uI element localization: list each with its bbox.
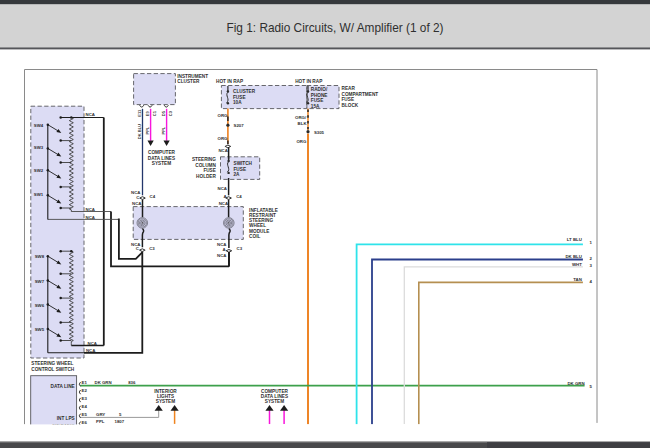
svg-text:1: 1 — [590, 240, 593, 245]
svg-text:15A: 15A — [311, 104, 320, 109]
svg-text:ORG: ORG — [218, 113, 229, 118]
svg-text:1807: 1807 — [115, 419, 125, 424]
svg-text:CLUSTER: CLUSTER — [233, 89, 256, 94]
svg-text:PPL: PPL — [161, 126, 166, 134]
svg-text:SW5: SW5 — [35, 327, 45, 332]
svg-text:SW4: SW4 — [34, 123, 44, 128]
svg-text:SYSTEM: SYSTEM — [156, 399, 175, 404]
svg-text:FUSE: FUSE — [233, 95, 246, 100]
svg-text:NCA: NCA — [86, 348, 96, 353]
svg-text:CLUSTER: CLUSTER — [177, 79, 200, 84]
svg-text:COIL: COIL — [249, 234, 260, 239]
svg-text:LT BLU: LT BLU — [567, 237, 582, 242]
svg-text:ORG: ORG — [296, 139, 307, 144]
svg-text:C3: C3 — [237, 246, 243, 251]
svg-text:NCA: NCA — [132, 201, 142, 206]
svg-text:FUSE: FUSE — [234, 167, 247, 172]
svg-text:E2: E2 — [82, 388, 88, 393]
svg-text:WHT: WHT — [572, 262, 582, 267]
svg-text:SW1: SW1 — [34, 192, 44, 197]
svg-text:NCA: NCA — [217, 253, 227, 258]
svg-text:STEERING: STEERING — [192, 157, 216, 162]
svg-text:E5: E5 — [82, 412, 88, 417]
svg-text:2A: 2A — [234, 172, 241, 177]
svg-text:BLK: BLK — [298, 121, 308, 126]
svg-text:DK BLU: DK BLU — [565, 254, 581, 259]
svg-text:S305: S305 — [314, 130, 325, 135]
svg-text:CONTROL SWITCH: CONTROL SWITCH — [31, 367, 74, 372]
svg-text:D5: D5 — [161, 110, 166, 116]
svg-text:E6: E6 — [82, 420, 88, 425]
svg-text:REAR: REAR — [342, 86, 356, 91]
svg-text:E3: E3 — [82, 396, 88, 401]
svg-text:FUSE: FUSE — [342, 97, 355, 102]
svg-text:SW3: SW3 — [34, 145, 44, 150]
svg-text:RADIO/: RADIO/ — [311, 87, 328, 92]
svg-text:NCA: NCA — [218, 148, 228, 153]
svg-text:COLUMN: COLUMN — [195, 163, 216, 168]
svg-text:2: 2 — [590, 256, 593, 261]
svg-text:BLOCK: BLOCK — [342, 103, 359, 108]
svg-text:NCA: NCA — [219, 201, 229, 206]
svg-text:NCA: NCA — [86, 112, 96, 117]
svg-text:FUSE: FUSE — [203, 168, 216, 173]
svg-text:DK GRN: DK GRN — [95, 380, 112, 385]
svg-text:DATA LINE: DATA LINE — [51, 384, 75, 389]
svg-text:SW6: SW6 — [35, 303, 45, 308]
svg-text:C: C — [136, 246, 140, 251]
svg-text:NCA: NCA — [86, 207, 96, 212]
svg-text:5: 5 — [119, 412, 122, 417]
svg-text:E4: E4 — [82, 404, 88, 409]
svg-text:S207: S207 — [234, 123, 245, 128]
svg-text:HOT IN RAP: HOT IN RAP — [216, 79, 243, 84]
svg-text:HOLDER: HOLDER — [196, 174, 216, 179]
svg-text:SYSTEM: SYSTEM — [265, 399, 284, 404]
svg-text:PHONE: PHONE — [311, 93, 328, 98]
svg-text:SWITCH: SWITCH — [234, 161, 253, 166]
svg-text:DK GRN: DK GRN — [567, 381, 584, 386]
svg-text:4: 4 — [590, 279, 593, 284]
svg-text:GRY: GRY — [96, 412, 105, 417]
svg-text:10A: 10A — [233, 100, 242, 105]
svg-text:SYSTEM: SYSTEM — [152, 161, 171, 166]
svg-text:E11: E11 — [137, 109, 142, 117]
svg-text:HOT IN RAP: HOT IN RAP — [295, 79, 322, 84]
svg-text:INT LPS: INT LPS — [57, 416, 75, 421]
svg-text:C4: C4 — [150, 194, 156, 199]
svg-text:3: 3 — [590, 263, 593, 268]
svg-text:NCA: NCA — [88, 341, 98, 346]
svg-text:5: 5 — [590, 384, 593, 389]
svg-text:PPL: PPL — [96, 419, 105, 424]
svg-text:STEERING WHEEL: STEERING WHEEL — [31, 361, 73, 366]
svg-text:FUSE: FUSE — [311, 98, 324, 103]
svg-text:INSTRUMENT: INSTRUMENT — [177, 74, 208, 79]
svg-text:DK BLU: DK BLU — [137, 124, 142, 140]
svg-text:C3: C3 — [149, 246, 155, 251]
svg-text:Fig 1: Radio Circuits, W/ Ampl: Fig 1: Radio Circuits, W/ Amplifier (1 o… — [227, 20, 444, 35]
svg-text:NCA: NCA — [86, 215, 96, 220]
svg-text:ORG/: ORG/ — [295, 115, 307, 120]
svg-text:C4: C4 — [236, 194, 242, 199]
svg-text:NCA: NCA — [218, 186, 228, 191]
svg-text:SW7: SW7 — [35, 279, 45, 284]
svg-text:ORG: ORG — [218, 136, 229, 141]
svg-text:836: 836 — [128, 380, 136, 385]
svg-text:PPL: PPL — [145, 126, 150, 134]
svg-text:E1: E1 — [82, 380, 88, 385]
svg-text:C1: C1 — [152, 110, 157, 116]
svg-text:SW8: SW8 — [35, 254, 45, 259]
svg-text:SW2: SW2 — [34, 168, 44, 173]
svg-text:C3: C3 — [168, 110, 173, 116]
svg-text:COMPUTER: COMPUTER — [148, 150, 175, 155]
svg-text:TAN: TAN — [573, 277, 582, 282]
svg-text:E9: E9 — [145, 110, 150, 116]
svg-text:COMPARTMENT: COMPARTMENT — [342, 92, 379, 97]
svg-text:DATA LINES: DATA LINES — [148, 156, 175, 161]
